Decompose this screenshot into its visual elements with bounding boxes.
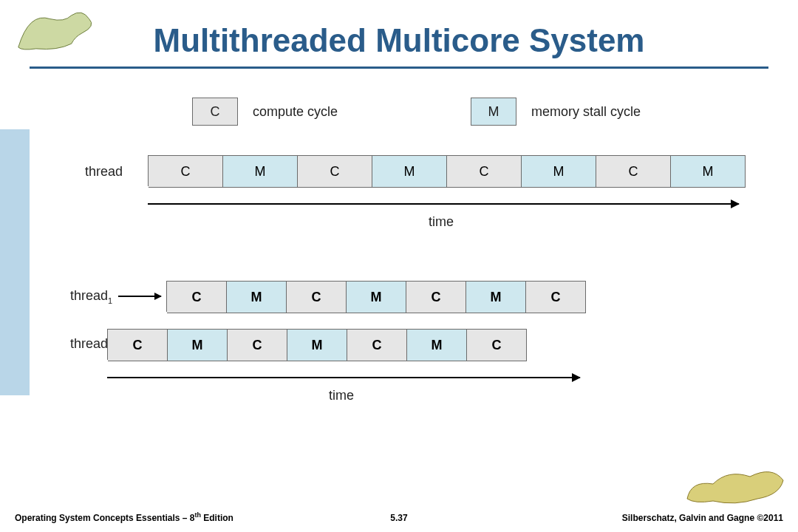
cycle-cell: C — [596, 155, 671, 188]
thread1-pointer-icon — [118, 296, 161, 297]
cycle-cell: C — [167, 281, 227, 313]
thread0-row: C M C M C M C — [107, 329, 527, 360]
legend: C compute cycle M memory stall cycle — [192, 98, 641, 126]
cycle-cell: C — [526, 281, 586, 313]
cycle-cell: C — [108, 329, 168, 361]
legend-c-box: C — [192, 98, 238, 126]
footer-left: Operating System Concepts Essentials – 8… — [15, 511, 233, 523]
cycle-cell: M — [223, 155, 298, 188]
cycle-cell: C — [447, 155, 522, 188]
time-label-single: time — [429, 214, 454, 230]
cycle-cell: C — [287, 281, 347, 313]
cycle-cell: C — [228, 329, 287, 361]
cycle-cell: C — [149, 155, 223, 188]
cycle-cell: C — [298, 155, 372, 188]
thread-label-single: thread — [85, 164, 123, 180]
cycle-cell: M — [168, 329, 228, 361]
cycle-cell: M — [522, 155, 596, 188]
cycle-cell: M — [347, 281, 406, 313]
slide-title: Multithreaded Multicore System — [0, 22, 798, 59]
thread1-row: C M C M C M C — [166, 281, 586, 312]
sidebar-accent — [0, 129, 30, 395]
cycle-cell: M — [372, 155, 447, 188]
cycle-cell: C — [347, 329, 407, 361]
legend-c-label: compute cycle — [253, 104, 338, 120]
cycle-cell: M — [671, 155, 746, 188]
footer-page-number: 5.37 — [390, 513, 407, 523]
legend-m-box: M — [471, 98, 516, 126]
single-thread-row: C M C M C M C M — [148, 155, 746, 186]
legend-m-label: memory stall cycle — [531, 104, 641, 120]
cycle-cell: M — [407, 329, 467, 361]
time-label-dual: time — [329, 388, 354, 403]
cycle-cell: M — [466, 281, 526, 313]
thread0-label: thread0 — [70, 336, 112, 353]
cycle-cell: M — [287, 329, 347, 361]
cycle-cell: C — [467, 329, 527, 361]
slide-footer: Operating System Concepts Essentials – 8… — [15, 511, 783, 523]
title-underline — [30, 66, 768, 69]
time-axis-single — [148, 203, 739, 205]
cycle-cell: C — [406, 281, 466, 313]
time-axis-dual — [107, 377, 580, 378]
dinosaur-icon — [683, 458, 787, 510]
cycle-cell: M — [227, 281, 287, 313]
footer-right: Silberschatz, Galvin and Gagne ©2011 — [622, 513, 783, 523]
thread1-label: thread1 — [70, 288, 112, 305]
